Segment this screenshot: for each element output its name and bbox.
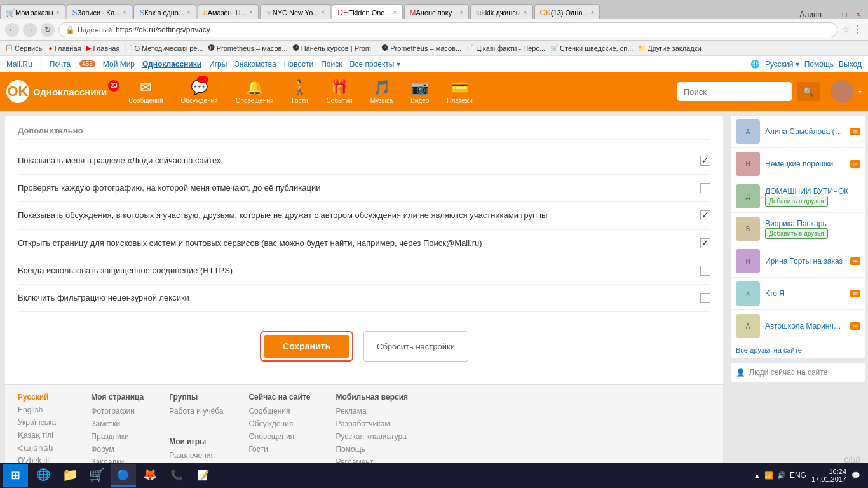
- bookmark-services[interactable]: 📋Сервисы: [5, 44, 44, 52]
- ok-logo[interactable]: OK Одноклассники 23: [6, 80, 107, 103]
- maximize-btn[interactable]: □: [840, 10, 850, 19]
- refresh-button[interactable]: ↻: [41, 23, 55, 37]
- footer-ads[interactable]: Реклама: [336, 407, 408, 416]
- novosti-link[interactable]: Новости: [284, 60, 313, 69]
- footer-work-study[interactable]: Работа и учёба: [169, 407, 223, 416]
- tab-how[interactable]: S Как в одно... ×: [133, 4, 196, 19]
- avatar-chevron[interactable]: ▾: [858, 88, 862, 95]
- notification-icon[interactable]: 💬: [851, 471, 860, 480]
- address-box[interactable]: 🔒 Надёжный https://ok.ru/settings/privac…: [58, 22, 837, 37]
- bookmark-walls[interactable]: 🛒Стенки шведские, сп...: [550, 44, 633, 52]
- taskbar-chrome[interactable]: 🔵: [111, 464, 136, 487]
- tab-nyc[interactable]: ★ NYC New Yo... ×: [260, 4, 331, 19]
- logout-link[interactable]: Выход: [839, 60, 862, 69]
- nav-messages[interactable]: ✉ Сообщения: [119, 72, 172, 111]
- lang-russian[interactable]: Русский: [18, 393, 65, 402]
- nav-events[interactable]: 🎁 События: [317, 72, 361, 111]
- nav-notifications[interactable]: 🔔 Оповещения: [227, 72, 283, 111]
- znakomstva-link[interactable]: Знакомства: [234, 60, 276, 69]
- tab-my-orders[interactable]: 🛒 Мои заказы ×: [0, 4, 65, 19]
- taskbar-firefox[interactable]: 🦊: [137, 464, 163, 487]
- friend-german[interactable]: Н Немецкие порошки ✉: [731, 148, 865, 180]
- friend-dom[interactable]: Д ДОМАШНИЙ БУТИЧОК Добавить в друзья: [731, 180, 865, 213]
- setting-checkbox-4[interactable]: [700, 238, 710, 248]
- bookmark-prometheus2[interactable]: 🅟Prometheus – масов...: [382, 44, 461, 52]
- setting-checkbox-5[interactable]: [700, 266, 710, 276]
- tab-amazon[interactable]: a Амазон, Н... ×: [198, 4, 259, 19]
- friend-kto-ya[interactable]: К Кто Я ✉: [731, 278, 865, 310]
- bookmark-facts[interactable]: 📄Цікаві факти - Перс...: [466, 44, 545, 52]
- footer-messages[interactable]: Сообщения: [248, 407, 310, 416]
- save-button[interactable]: Сохранить: [264, 335, 349, 358]
- taskbar-ie[interactable]: 🌐: [31, 464, 56, 487]
- settings-icon[interactable]: ⋮: [853, 24, 863, 36]
- bookmark-methods[interactable]: 📄О Методических ре...: [125, 44, 203, 52]
- friend-alina[interactable]: А Алина Самойлова (Текс... ✉: [731, 116, 865, 148]
- back-button[interactable]: ←: [5, 23, 19, 37]
- friend-auto[interactable]: А Автошкола Маринченко ... ✉: [731, 310, 865, 342]
- footer-notes[interactable]: Заметки: [91, 419, 144, 428]
- search-input[interactable]: [677, 82, 792, 101]
- pochta-link[interactable]: Почта: [50, 60, 71, 69]
- footer-photos[interactable]: Фотографии: [91, 407, 144, 416]
- moi-mir-link[interactable]: Мой Мир: [103, 60, 135, 69]
- search-button[interactable]: 🔍: [797, 82, 820, 101]
- setting-checkbox-1[interactable]: [700, 156, 710, 166]
- bookmark-panel[interactable]: 🅟Панель курсов | Prom...: [293, 44, 377, 52]
- mailru-link[interactable]: Mail.Ru: [6, 60, 32, 69]
- vse-proekty-link[interactable]: Все проекты ▾: [349, 60, 400, 69]
- tab-ekiden-active[interactable]: DE Ekiden One... ×: [332, 4, 402, 19]
- footer-forum[interactable]: Форум: [91, 445, 144, 454]
- ok-link[interactable]: Одноклассники: [142, 60, 201, 69]
- help-link[interactable]: Помощь: [804, 60, 834, 69]
- nav-guests[interactable]: 🚶 Гости: [282, 72, 317, 111]
- start-button[interactable]: ⊞: [3, 464, 28, 487]
- lang-ukrainian[interactable]: Українська: [18, 418, 65, 427]
- footer-notifications[interactable]: Оповещения: [248, 432, 310, 441]
- taskbar-viber[interactable]: 📞: [164, 464, 189, 487]
- taskbar-files[interactable]: 📁: [57, 464, 83, 487]
- footer-holidays[interactable]: Праздники: [91, 432, 144, 441]
- user-avatar[interactable]: [831, 80, 853, 103]
- bookmark-prometheus1[interactable]: 🅟Prometheus – масов...: [208, 44, 288, 52]
- nav-payments[interactable]: 💳 Платежи: [438, 72, 482, 111]
- close-btn[interactable]: ×: [853, 10, 863, 19]
- footer-discussions[interactable]: Обсуждения: [248, 419, 310, 428]
- setting-checkbox-6[interactable]: [700, 293, 710, 303]
- bookmark-other[interactable]: 📁Другие закладки: [638, 44, 701, 52]
- nav-video[interactable]: 📷 Видео: [402, 72, 438, 111]
- tab-announcement[interactable]: M Анонс поку... ×: [404, 4, 470, 19]
- forward-button[interactable]: →: [23, 23, 37, 37]
- footer-help[interactable]: Помощь: [336, 445, 408, 454]
- tab-ok[interactable]: OK (13) Одно... ×: [534, 4, 600, 19]
- bookmark-main1[interactable]: ●Главная: [49, 44, 81, 52]
- taskbar-clock[interactable]: 16:24 17.01.2017: [811, 468, 846, 483]
- star-icon[interactable]: ☆: [841, 24, 850, 36]
- lang-armenian[interactable]: Հայերեն: [18, 444, 65, 452]
- friend-irina[interactable]: И Ирина Торты на заказ ✉: [731, 245, 865, 278]
- lang-link[interactable]: Русский ▾: [765, 60, 799, 69]
- lang-english[interactable]: English: [18, 405, 65, 414]
- tray-arrow[interactable]: ▲: [754, 471, 761, 479]
- minimize-btn[interactable]: ─: [825, 10, 836, 19]
- footer-entertainment[interactable]: Развлечения: [169, 451, 223, 460]
- footer-guests[interactable]: Гости: [248, 445, 310, 454]
- nav-discussions[interactable]: 💬 13 Обсуждения: [172, 72, 227, 111]
- tab-records[interactable]: S Записи · Кл... ×: [67, 4, 133, 19]
- add-friend-btn-dom[interactable]: Добавить в друзья: [765, 196, 828, 207]
- footer-dev[interactable]: Разработчикам: [336, 419, 408, 428]
- footer-ru-keyboard[interactable]: Русская клавиатура: [336, 432, 408, 441]
- friend-viorika[interactable]: В Виорика Паскарь Добавить в друзья: [731, 213, 865, 245]
- poisk-link[interactable]: Поиск: [321, 60, 342, 69]
- setting-checkbox-3[interactable]: [700, 210, 710, 220]
- setting-checkbox-2[interactable]: [700, 183, 710, 193]
- all-friends-link[interactable]: Все друзья на сайте: [731, 342, 865, 358]
- bookmark-main2[interactable]: ▶Главная: [86, 44, 120, 52]
- add-friend-btn-viorika[interactable]: Добавить в друзья: [765, 228, 828, 239]
- reset-button[interactable]: Сбросить настройки: [363, 331, 468, 362]
- taskbar-store[interactable]: 🛒: [84, 464, 109, 487]
- lang-kazakh[interactable]: Қазақ тілі: [18, 431, 65, 440]
- tab-kik[interactable]: kik kik джинсы ×: [470, 4, 532, 19]
- taskbar-word[interactable]: 📝: [191, 464, 216, 487]
- nav-music[interactable]: 🎵 Музыка: [362, 72, 402, 111]
